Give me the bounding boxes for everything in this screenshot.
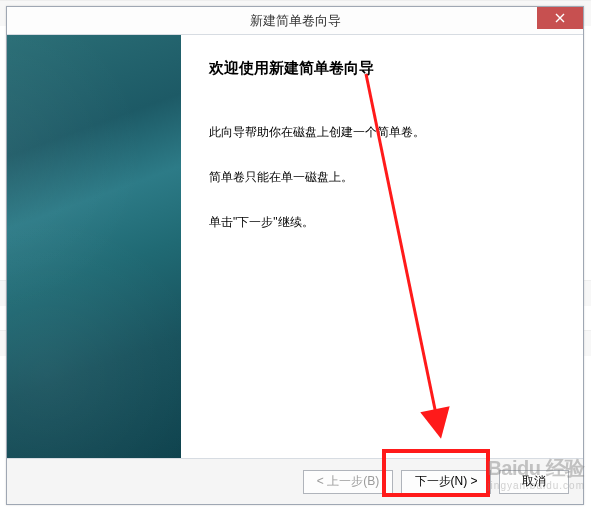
next-button[interactable]: 下一步(N) > [401,470,491,494]
wizard-text-2: 简单卷只能在单一磁盘上。 [209,169,555,186]
dialog-footer: < 上一步(B) 下一步(N) > 取消 [7,458,583,504]
close-icon [555,13,565,23]
wizard-text-1: 此向导帮助你在磁盘上创建一个简单卷。 [209,124,555,141]
titlebar: 新建简单卷向导 [7,7,583,35]
back-button: < 上一步(B) [303,470,393,494]
wizard-main: 欢迎使用新建简单卷向导 此向导帮助你在磁盘上创建一个简单卷。 简单卷只能在单一磁… [181,35,583,458]
close-button[interactable] [537,7,583,29]
dialog-content: 欢迎使用新建简单卷向导 此向导帮助你在磁盘上创建一个简单卷。 简单卷只能在单一磁… [7,35,583,458]
wizard-text-3: 单击"下一步"继续。 [209,214,555,231]
cancel-button[interactable]: 取消 [499,470,569,494]
window-title: 新建简单卷向导 [7,12,583,30]
wizard-dialog: 新建简单卷向导 欢迎使用新建简单卷向导 此向导帮助你在磁盘上创建一个简单卷。 简… [6,6,584,505]
wizard-heading: 欢迎使用新建简单卷向导 [209,59,555,78]
wizard-side-image [7,35,181,458]
